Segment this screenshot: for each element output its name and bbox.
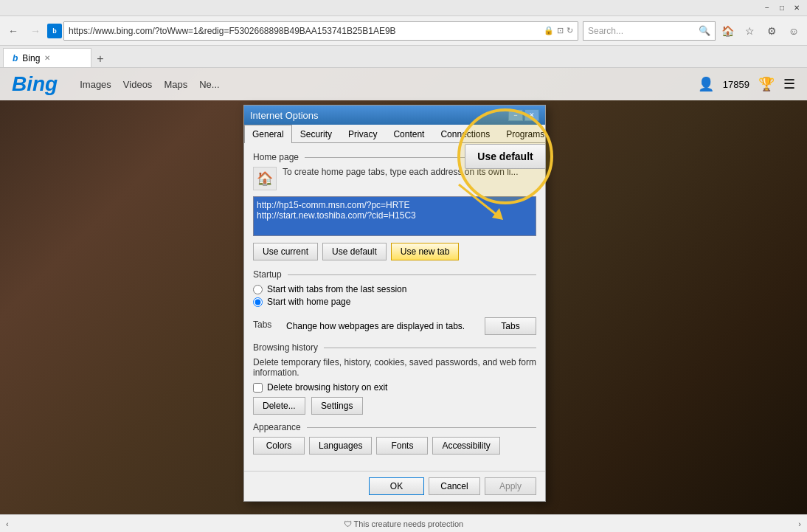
bing-nav-maps[interactable]: Maps <box>164 79 187 90</box>
dialog-title: Internet Options <box>250 110 319 121</box>
apply-button[interactable]: Apply <box>485 477 536 495</box>
browser-tab-bing[interactable]: b Bing ✕ <box>3 48 91 67</box>
tab-label: Bing <box>22 53 40 63</box>
tabs-section: Tabs Change how webpages are displayed i… <box>253 314 536 335</box>
internet-options-dialog: Internet Options − ✕ General Security Pr… <box>243 105 546 502</box>
delete-row: Delete... Settings <box>253 397 536 415</box>
tab-close-button[interactable]: ✕ <box>44 54 50 62</box>
colors-button[interactable]: Colors <box>253 437 305 455</box>
status-text: 🛡 This creature needs protection <box>344 519 463 528</box>
home-page-textarea[interactable]: http://hp15-comm.msn.com/?pc=HRTE http:/… <box>253 196 536 236</box>
tab-content[interactable]: Content <box>385 125 432 143</box>
tab-general[interactable]: General <box>244 125 292 143</box>
bing-nav-videos[interactable]: Videos <box>123 79 153 90</box>
favorites-button[interactable]: ☆ <box>739 21 760 41</box>
startup-radio-item-2: Start with home page <box>253 297 536 307</box>
home-page-description: To create home page tabs, type each addr… <box>283 167 519 177</box>
minimize-button[interactable]: − <box>761 2 774 14</box>
bottom-bar-right: › <box>798 519 801 528</box>
dialog-title-buttons: − ✕ <box>508 109 539 121</box>
address-text: https://www.bing.com/?toWww=1&redig=F530… <box>69 26 544 36</box>
dialog-tabs-bar: General Security Privacy Content Connect… <box>244 125 545 143</box>
tab-programs[interactable]: Programs <box>498 125 553 143</box>
favicon: b <box>47 24 62 38</box>
use-new-tab-button[interactable]: Use new tab <box>391 243 460 260</box>
appearance-buttons: Colors Languages Fonts Accessibility <box>253 437 536 455</box>
scroll-right-button[interactable]: › <box>798 519 801 528</box>
back-button[interactable]: ← <box>3 21 24 41</box>
appearance-label: Appearance <box>253 422 536 432</box>
dialog-footer: OK Cancel Apply <box>244 471 545 501</box>
tabs-desc: Change how webpages are displayed in tab… <box>286 321 479 331</box>
right-toolbar-buttons: 🏠 ☆ ⚙ ☺ <box>717 21 804 41</box>
browsing-history-section: Browsing history Delete temporary files,… <box>253 342 536 415</box>
bing-menu-icon[interactable]: ☰ <box>783 76 795 92</box>
toolbar: ← → b https://www.bing.com/?toWww=1&redi… <box>0 16 807 46</box>
refresh-icon: ↻ <box>567 26 573 35</box>
tab-bar: b Bing ✕ + <box>0 46 807 68</box>
maximize-button[interactable]: □ <box>775 2 789 14</box>
dialog-minimize-button[interactable]: − <box>508 109 523 121</box>
home-page-desc: 🏠 To create home page tabs, type each ad… <box>253 167 536 190</box>
bottom-bar: ‹ 🛡 This creature needs protection › <box>0 514 807 532</box>
use-current-button[interactable]: Use current <box>253 243 318 260</box>
tabs-label: Tabs <box>253 319 283 330</box>
startup-radio-1[interactable] <box>253 285 263 294</box>
startup-label: Startup <box>253 269 536 280</box>
forward-button[interactable]: → <box>25 21 46 41</box>
appearance-section: Appearance Colors Languages Fonts Access… <box>253 422 536 455</box>
bing-header-right: 👤 17859 🏆 ☰ <box>698 76 795 92</box>
delete-button[interactable]: Delete... <box>253 397 305 415</box>
browsing-history-label: Browsing history <box>253 342 536 353</box>
scroll-left-button[interactable]: ‹ <box>6 519 9 528</box>
bing-score: 17859 <box>723 79 749 90</box>
tab-security[interactable]: Security <box>292 125 340 143</box>
search-bar[interactable]: Search... 🔍 <box>583 21 716 41</box>
browser-window: − □ ✕ ← → b https://www.bing.com/?toWww=… <box>0 0 807 532</box>
page-content: Bing Images Videos Maps Ne... 👤 17859 🏆 … <box>0 68 807 514</box>
house-icon: 🏠 <box>253 167 277 190</box>
close-button[interactable]: ✕ <box>790 2 803 14</box>
home-page-section: Home page 🏠 To create home page tabs, ty… <box>253 152 536 260</box>
bing-logo: Bing <box>12 72 58 96</box>
search-placeholder: Search... <box>588 26 699 36</box>
ok-button[interactable]: OK <box>369 477 424 495</box>
compat-icon: ⊡ <box>557 26 564 35</box>
dialog-body: Home page 🏠 To create home page tabs, ty… <box>244 143 545 471</box>
address-icons: 🔒 ⊡ ↻ <box>544 26 573 35</box>
home-button[interactable]: 🏠 <box>717 21 738 41</box>
address-bar[interactable]: https://www.bing.com/?toWww=1&redig=F530… <box>63 21 578 41</box>
startup-radio-item-1: Start with tabs from the last session <box>253 284 536 294</box>
home-page-buttons: Use current Use default Use new tab <box>253 243 536 260</box>
bing-nav-images[interactable]: Images <box>80 79 111 90</box>
bing-nav-news[interactable]: Ne... <box>199 79 219 90</box>
dialog-title-bar: Internet Options − ✕ <box>244 106 545 125</box>
settings-button[interactable]: ⚙ <box>761 21 782 41</box>
bing-user-icon[interactable]: 👤 <box>698 76 714 92</box>
browsing-history-desc: Delete temporary files, history, cookies… <box>253 357 536 378</box>
lock-icon: 🔒 <box>544 26 554 35</box>
bing-nav: Images Videos Maps Ne... <box>80 79 219 90</box>
startup-radio-2[interactable] <box>253 297 263 307</box>
delete-history-checkbox[interactable] <box>253 383 263 393</box>
tabs-button[interactable]: Tabs <box>485 317 536 335</box>
startup-option-2-label: Start with home page <box>267 297 350 307</box>
languages-button[interactable]: Languages <box>309 437 372 455</box>
startup-option-1-label: Start with tabs from the last session <box>267 284 406 294</box>
use-default-button[interactable]: Use default <box>322 243 387 260</box>
smiley-button[interactable]: ☺ <box>783 21 804 41</box>
bing-trophy-icon: 🏆 <box>758 76 775 92</box>
settings-button-history[interactable]: Settings <box>311 397 363 415</box>
accessibility-button[interactable]: Accessibility <box>432 437 499 455</box>
startup-section: Startup Start with tabs from the last se… <box>253 269 536 307</box>
bing-logo-text: Bing <box>12 72 58 95</box>
tab-privacy[interactable]: Privacy <box>340 125 385 143</box>
search-icon[interactable]: 🔍 <box>699 25 710 36</box>
delete-history-label: Delete browsing history on exit <box>267 382 387 393</box>
cancel-button[interactable]: Cancel <box>429 477 480 495</box>
tab-connections[interactable]: Connections <box>432 125 498 143</box>
dialog-close-button[interactable]: ✕ <box>524 109 539 121</box>
fonts-button[interactable]: Fonts <box>376 437 428 455</box>
title-bar: − □ ✕ <box>0 0 807 16</box>
new-tab-button[interactable]: + <box>92 51 108 67</box>
